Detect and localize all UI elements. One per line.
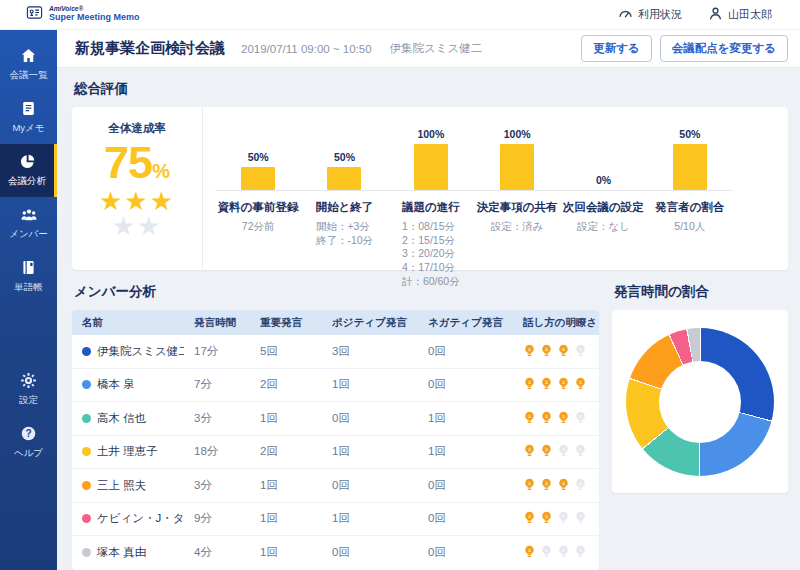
help-icon: ?	[20, 425, 37, 444]
change-scoring-button[interactable]: 会議配点を変更する	[660, 35, 788, 62]
member-color-dot	[82, 414, 91, 423]
bulb-lit-icon	[523, 444, 536, 459]
sidebar-item-memo[interactable]: Myメモ	[0, 91, 57, 144]
positive-count: 3回	[322, 344, 418, 359]
member-color-dot	[82, 514, 91, 523]
user-name: 山田太郎	[728, 7, 772, 22]
app-logo: AmiVoice® Super Meeting Memo	[26, 4, 140, 25]
negative-count: 0回	[418, 377, 513, 392]
bulb-lit-icon	[523, 411, 536, 426]
bulb-lit-icon	[523, 545, 536, 560]
bulb-unlit-icon	[557, 511, 570, 526]
usage-status-label: 利用状況	[638, 7, 682, 22]
bulb-lit-icon	[523, 478, 536, 493]
member-row: ケビィン・J・ターナー9分1回1回0回	[72, 503, 599, 537]
bulb-lit-icon	[557, 377, 570, 392]
home-icon	[20, 47, 37, 66]
member-row: 伊集院スミス健二17分5回3回0回	[72, 335, 599, 369]
negative-count: 0回	[418, 344, 513, 359]
clarity-rating	[513, 511, 599, 526]
important-count: 5回	[250, 344, 322, 359]
sidebar-item-label: メンバー	[9, 228, 48, 241]
metric-bar	[673, 144, 707, 190]
important-count: 1回	[250, 478, 322, 493]
speaking-time: 18分	[184, 444, 250, 459]
clarity-rating	[513, 545, 599, 560]
speaking-time: 4分	[184, 545, 250, 560]
overall-section-title: 総合評価	[74, 80, 788, 98]
metric-percent-label: 50%	[679, 128, 700, 140]
bulb-lit-icon	[540, 511, 553, 526]
sidebar-item-book[interactable]: 単語帳	[0, 250, 57, 303]
sidebar: 会議一覧Myメモ会議分析メンバー単語帳 設定?ヘルプ	[0, 30, 57, 570]
member-color-dot	[82, 481, 91, 490]
metric-details: 72分前	[215, 220, 301, 234]
member-color-dot	[82, 447, 91, 456]
column-header-6: 話し方の明瞭さ	[513, 316, 599, 330]
positive-count: 1回	[322, 511, 418, 526]
speech-share-card	[612, 310, 788, 493]
member-row: 高木 信也3分1回0回1回	[72, 402, 599, 436]
star-empty-icon: ★	[112, 211, 137, 241]
negative-count: 0回	[418, 511, 513, 526]
negative-count: 0回	[418, 545, 513, 560]
clarity-rating	[513, 344, 599, 359]
bulb-lit-icon	[523, 344, 536, 359]
speaking-time: 7分	[184, 377, 250, 392]
metric-percent-label: 100%	[417, 128, 444, 140]
members-table: 名前発言時間重要発言ポジティブ発言ネガティブ発言話し方の明瞭さ 伊集院スミス健二…	[72, 310, 599, 570]
member-name: 高木 信也	[72, 411, 184, 426]
negative-count: 1回	[418, 444, 513, 459]
page-title: 新規事業企画検討会議	[75, 39, 225, 58]
metric-details: 設定：なし	[560, 220, 646, 234]
column-header-2: 発言時間	[184, 316, 250, 330]
metric-details: 1：08/15分2：15/15分3：20/20分4：17/10分計：60/60分	[388, 220, 474, 288]
update-button[interactable]: 更新する	[581, 35, 652, 62]
metric-bar	[500, 144, 534, 190]
important-count: 2回	[250, 377, 322, 392]
members-icon	[20, 206, 38, 225]
gauge-icon	[618, 6, 633, 23]
metric-column-5: 0%次回会議の設定設定：なし	[560, 117, 646, 270]
positive-count: 1回	[322, 377, 418, 392]
members-table-header: 名前発言時間重要発言ポジティブ発言ネガティブ発言話し方の明瞭さ	[72, 310, 599, 335]
usage-status-link[interactable]: 利用状況	[618, 6, 682, 23]
meeting-datetime: 2019/07/11 09:00 ~ 10:50	[241, 43, 372, 55]
logo-product: Super Meeting Memo	[49, 13, 140, 22]
member-name: 土井 理恵子	[72, 444, 184, 459]
bulb-unlit-icon	[574, 444, 587, 459]
overall-rate-value: 75%	[72, 140, 202, 185]
metrics-bar-chart: 50%資料の事前登録72分前50%開始と終了開始：+3分終了：-10分100%議…	[203, 107, 788, 270]
sidebar-item-gear[interactable]: 設定	[0, 363, 57, 416]
member-color-dot	[82, 548, 91, 557]
member-row: 三上 照夫3分1回0回0回	[72, 469, 599, 503]
overall-evaluation-card: 全体達成率 75% ★★★ ★★ 50%資料の事前登録72分前50%開始と終了開…	[72, 107, 788, 270]
column-header-4: ポジティブ発言	[322, 316, 418, 330]
speaking-time: 9分	[184, 511, 250, 526]
bulb-unlit-icon	[574, 411, 587, 426]
sidebar-item-pie[interactable]: 会議分析	[0, 144, 57, 197]
member-name: 塚本 真由	[72, 545, 184, 560]
negative-count: 0回	[418, 478, 513, 493]
metric-name: 次回会議の設定	[560, 200, 646, 215]
bulb-unlit-icon	[557, 444, 570, 459]
metric-details: 開始：+3分終了：-10分	[301, 220, 387, 247]
bulb-lit-icon	[540, 344, 553, 359]
user-menu[interactable]: 山田太郎	[708, 6, 772, 23]
sidebar-item-members[interactable]: メンバー	[0, 197, 57, 250]
overall-rate-block: 全体達成率 75% ★★★ ★★	[72, 107, 203, 270]
metric-bar	[327, 167, 361, 190]
meeting-owner: 伊集院スミス健二	[390, 41, 483, 56]
bulb-unlit-icon	[574, 478, 587, 493]
sidebar-spacer	[0, 303, 57, 363]
user-icon	[708, 6, 723, 23]
metric-percent-label: 100%	[504, 128, 531, 140]
metric-percent-label: 0%	[596, 174, 611, 186]
clarity-rating	[513, 478, 599, 493]
sidebar-item-home[interactable]: 会議一覧	[0, 38, 57, 91]
sidebar-item-label: 設定	[19, 394, 38, 407]
donut-hole	[659, 361, 741, 443]
sidebar-item-label: 単語帳	[14, 281, 43, 294]
metric-percent-label: 50%	[248, 151, 269, 163]
sidebar-item-help[interactable]: ?ヘルプ	[0, 416, 57, 469]
